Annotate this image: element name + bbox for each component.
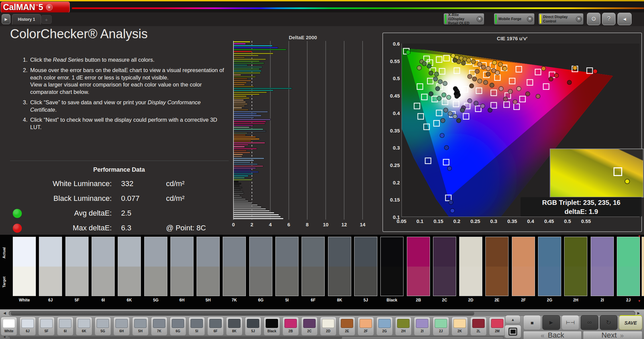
swatch-pair[interactable] [617, 237, 640, 296]
measured-point[interactable] [449, 200, 453, 205]
measured-point[interactable] [567, 80, 572, 84]
measured-point[interactable] [406, 50, 410, 54]
deltae-bar[interactable] [234, 88, 292, 89]
measured-point[interactable] [573, 66, 577, 70]
swatch-pair[interactable] [170, 237, 194, 296]
measured-point[interactable] [486, 72, 490, 76]
deltae-bar[interactable] [234, 148, 257, 150]
save-button[interactable]: SAVE [619, 315, 642, 330]
deltae-bar[interactable] [234, 68, 260, 70]
deltae-bar[interactable] [234, 144, 249, 146]
deltae-bar[interactable] [234, 74, 241, 75]
deltae-bar[interactable] [234, 64, 248, 66]
swatch-pair[interactable] [92, 237, 115, 296]
patch-button-6i[interactable]: 6I [57, 317, 73, 336]
swatch-pair[interactable] [197, 237, 220, 296]
measured-point[interactable] [427, 64, 431, 68]
deltae-bar[interactable] [234, 84, 245, 85]
deltae-bar[interactable] [234, 98, 250, 99]
deltae-bar[interactable] [234, 152, 251, 153]
deltae-bar[interactable] [234, 201, 249, 202]
measured-point[interactable] [453, 114, 457, 119]
swatch-pair[interactable] [223, 237, 246, 296]
measured-point[interactable] [443, 81, 447, 86]
secondary-scrollbar-thumb[interactable] [9, 336, 342, 339]
deltae-bar[interactable] [234, 70, 262, 72]
measured-point[interactable] [499, 87, 503, 91]
patch-button-black[interactable]: Black [264, 317, 280, 336]
patch-scrollbar-thumb[interactable] [11, 311, 474, 316]
logo-menu-chevron-down-icon[interactable]: ▼ [46, 4, 53, 11]
patch-button-6j[interactable]: 6J [19, 317, 36, 336]
deltae-bar[interactable] [234, 63, 264, 64]
deltae-bar[interactable] [234, 177, 245, 178]
deltae-bar[interactable] [234, 82, 247, 83]
measured-point[interactable] [435, 87, 440, 91]
deltae-bar[interactable] [234, 173, 253, 175]
measured-point[interactable] [446, 95, 451, 100]
deltae-bar[interactable] [234, 117, 254, 118]
meter-dropdown[interactable]: X-Rite i1Display Retail OLED ▼ [443, 13, 484, 25]
swatch-pair[interactable] [512, 237, 535, 296]
swatch-pair[interactable] [591, 237, 614, 296]
measured-point[interactable] [429, 92, 433, 96]
deltae-bar[interactable] [234, 49, 286, 50]
patch-button-2b[interactable]: 2B [282, 317, 299, 336]
deltae-bar[interactable] [234, 193, 244, 194]
patch-button-2h[interactable]: 2H [395, 317, 412, 336]
deltae-bar[interactable] [234, 146, 245, 148]
patch-button-2c[interactable]: 2C [301, 317, 318, 336]
deltae-bar[interactable] [234, 66, 262, 68]
patch-button-2l[interactable]: 2L [470, 317, 487, 336]
deltae-bar[interactable] [234, 78, 248, 79]
deltae-bar[interactable] [234, 107, 242, 109]
measured-point[interactable] [475, 69, 479, 73]
swatch-pair[interactable] [275, 237, 299, 296]
measured-point[interactable] [481, 65, 486, 69]
swatch-pair[interactable] [13, 237, 36, 296]
deltae-bar[interactable] [234, 76, 256, 77]
deltae-bar[interactable] [234, 72, 261, 74]
patch-button-2e[interactable]: 2E [339, 317, 355, 336]
deltae-bar[interactable] [234, 92, 267, 93]
deltae-bar[interactable] [234, 162, 251, 163]
measured-point[interactable] [503, 97, 508, 101]
measured-point[interactable] [492, 60, 497, 65]
patch-button-5j[interactable]: 5J [245, 317, 261, 336]
blackout-toggle-button[interactable] [504, 325, 521, 338]
measured-point[interactable] [483, 80, 488, 84]
measured-point[interactable] [447, 166, 452, 171]
deltae-bar[interactable] [234, 86, 254, 87]
patch-button-8k[interactable]: 8K [226, 317, 243, 336]
strip-scroll-down-icon[interactable]: ▼ [638, 299, 641, 303]
measured-point[interactable] [444, 108, 448, 112]
deltae-bar[interactable] [234, 191, 243, 192]
measured-point[interactable] [488, 108, 492, 112]
patch-button-5g[interactable]: 5G [95, 317, 111, 336]
deltae-bar[interactable] [234, 150, 247, 151]
deltae-bar[interactable] [234, 199, 246, 200]
deltae-bar[interactable] [234, 90, 273, 91]
deltae-bar[interactable] [234, 189, 240, 190]
deltae-bar[interactable] [234, 121, 266, 122]
deltae-bar[interactable] [234, 127, 250, 128]
swatch-pair[interactable] [118, 237, 141, 296]
deltae-bar[interactable] [234, 55, 259, 56]
measured-point[interactable] [448, 111, 452, 116]
measured-point[interactable] [490, 83, 494, 88]
tab-nav-arrow-button[interactable]: ▶ [2, 14, 10, 24]
swatch-pair[interactable] [302, 237, 325, 296]
measured-point[interactable] [468, 74, 472, 79]
help-button[interactable]: ? [602, 13, 615, 25]
measured-point[interactable] [513, 100, 517, 104]
deltae-bar[interactable] [234, 109, 249, 111]
deltae-bar[interactable] [234, 96, 247, 97]
deltae-bar[interactable] [234, 205, 258, 206]
measured-point[interactable] [593, 69, 597, 73]
measured-point[interactable] [440, 133, 444, 138]
measured-point[interactable] [450, 209, 454, 213]
deltae-bar[interactable] [234, 203, 252, 204]
measured-point[interactable] [455, 94, 459, 99]
deltae-bar[interactable] [234, 111, 268, 112]
deltae-bar[interactable] [234, 156, 242, 157]
